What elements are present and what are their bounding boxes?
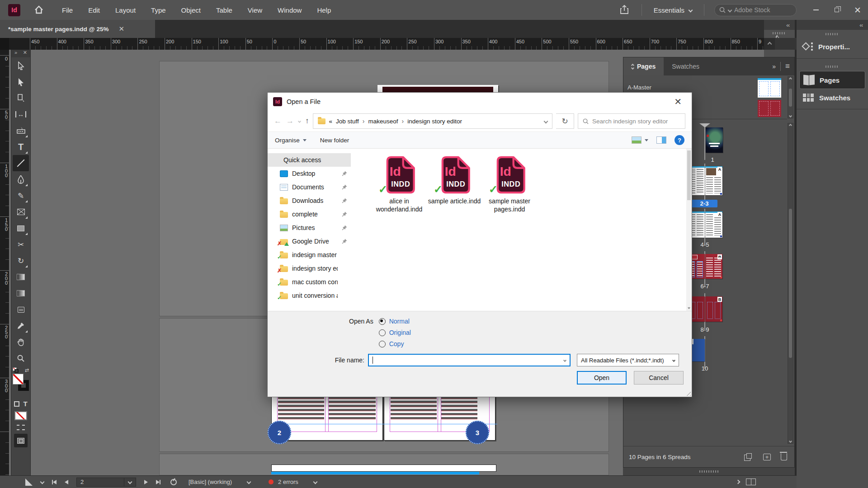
open-button[interactable]: Open xyxy=(577,371,627,385)
document-tab[interactable]: *sample master pages.indd @ 25% ✕ xyxy=(0,20,155,38)
page-thumbnail-8-9-right[interactable]: B xyxy=(705,296,722,322)
spread-label-4-5[interactable]: 4-5 xyxy=(691,241,718,248)
preflight-icon[interactable] xyxy=(170,479,177,485)
panel-resize-handle[interactable] xyxy=(623,468,795,475)
error-count[interactable]: 2 errors xyxy=(278,479,298,485)
master-spread-thumbnail[interactable] xyxy=(758,100,781,117)
last-page-button[interactable] xyxy=(156,480,160,484)
close-tab-icon[interactable]: ✕ xyxy=(119,25,125,33)
pen-tool[interactable] xyxy=(13,171,29,188)
spread-label-1[interactable]: 1 xyxy=(699,156,726,163)
menu-item[interactable]: View xyxy=(247,5,263,16)
horizontal-scrollbar[interactable] xyxy=(271,472,479,474)
menu-item[interactable]: Layout xyxy=(114,5,137,16)
sidebar-item[interactable]: Quick access xyxy=(268,153,351,167)
menu-item[interactable]: Window xyxy=(277,5,302,16)
menu-item[interactable]: Type xyxy=(150,5,167,16)
content-collector-tool[interactable] xyxy=(13,122,29,139)
share-icon[interactable] xyxy=(619,4,631,16)
page-list-chevron[interactable] xyxy=(124,478,136,486)
tab-swatches[interactable]: Swatches xyxy=(664,57,708,75)
apply-none-button[interactable] xyxy=(14,411,27,420)
address-bar[interactable]: « Job stuff› makeuseof› indesign story e… xyxy=(313,113,553,129)
page-tool[interactable] xyxy=(13,90,29,106)
menu-item[interactable]: Object xyxy=(180,5,202,16)
open-as-option[interactable]: Original xyxy=(379,329,411,336)
page-thumbnail-1[interactable] xyxy=(706,127,723,153)
horizontal-ruler[interactable]: 4504003503002502001501005005010015020025… xyxy=(9,38,764,50)
menu-item[interactable]: Table xyxy=(215,5,233,16)
rectangle-tool[interactable] xyxy=(13,220,29,236)
restore-button[interactable] xyxy=(826,0,847,20)
file-name-history-chevron[interactable] xyxy=(563,358,566,361)
hand-tool[interactable] xyxy=(13,334,29,350)
spread-label-8-9[interactable]: 8-9 xyxy=(691,326,718,333)
file-name-input[interactable] xyxy=(368,354,571,366)
ruler-corner[interactable] xyxy=(0,38,9,50)
note-tool[interactable] xyxy=(13,301,29,318)
sidebar-item[interactable]: mac custom con xyxy=(268,275,351,289)
open-as-option[interactable]: Normal xyxy=(379,318,411,325)
panel-expand-icon[interactable]: » xyxy=(772,63,776,70)
preflight-menu-chevron[interactable] xyxy=(247,480,250,483)
dialog-title-bar[interactable]: Id Open a File ✕ xyxy=(268,93,692,111)
expand-panel-icon[interactable]: » xyxy=(14,50,17,55)
sidebar-item[interactable]: Google Drive xyxy=(268,235,351,248)
first-page-button[interactable] xyxy=(52,480,57,484)
menu-item[interactable]: Edit xyxy=(87,5,101,16)
scroll-up-button[interactable] xyxy=(764,38,775,50)
frame-tool[interactable] xyxy=(13,204,29,220)
breadcrumb[interactable]: makeuseof xyxy=(368,118,398,125)
edit-page-size-icon[interactable] xyxy=(744,453,753,460)
page-thumbnail-6-7-right[interactable]: B xyxy=(705,254,722,279)
default-fill-stroke-icon[interactable] xyxy=(13,367,19,373)
screen-mode-button[interactable] xyxy=(14,434,28,447)
delete-page-icon[interactable] xyxy=(781,453,787,460)
sidebar-item[interactable]: indesign story ed xyxy=(268,262,351,275)
sidebar-item[interactable]: Downloads xyxy=(268,194,351,207)
dialog-search-box[interactable]: Search indesign story editor xyxy=(578,113,685,129)
file-item[interactable]: Id INDD ✓ sample article.indd xyxy=(428,155,481,205)
masters-scrollbar[interactable] xyxy=(788,76,793,118)
page-thumbnail-2-3-right[interactable]: A xyxy=(705,166,722,195)
page-number-marker[interactable]: 2 xyxy=(268,421,291,444)
formatting-affects-container-icon[interactable] xyxy=(14,401,19,407)
address-dropdown-chevron[interactable] xyxy=(544,119,548,123)
master-spread-thumbnail[interactable] xyxy=(758,78,781,98)
open-as-option[interactable]: Copy xyxy=(379,340,411,347)
close-window-button[interactable]: ✕ xyxy=(847,0,868,20)
swap-fill-stroke-icon[interactable]: ⇄ xyxy=(25,367,29,373)
tab-pages[interactable]: Pages xyxy=(623,57,664,75)
gradient-swatch-tool[interactable] xyxy=(13,269,29,285)
fill-stroke-controls[interactable]: ⇄ xyxy=(12,368,30,397)
file-type-select[interactable]: All Readable Files (*.indd;*.indt) xyxy=(577,354,679,366)
adobe-stock-search[interactable]: Adobe Stock xyxy=(714,4,797,16)
free-transform-tool[interactable]: ↻ xyxy=(13,253,29,269)
page-number-field[interactable]: 2 xyxy=(76,478,136,487)
properties-panel-button[interactable]: Properti... xyxy=(799,38,865,55)
page-thumbnail-4-5-right[interactable]: A xyxy=(705,211,722,238)
radio-button[interactable] xyxy=(379,318,386,325)
close-panel-icon[interactable]: ✕ xyxy=(23,50,27,56)
sidebar-item[interactable]: complete xyxy=(268,207,351,221)
dock-grip[interactable] xyxy=(826,66,839,68)
direct-selection-tool[interactable] xyxy=(13,74,29,90)
dock-grip[interactable] xyxy=(773,32,786,34)
recent-locations-chevron[interactable] xyxy=(298,119,301,122)
view-options-icon[interactable] xyxy=(17,425,25,430)
sidebar-item[interactable]: Desktop xyxy=(268,167,351,180)
menu-item[interactable]: File xyxy=(61,5,74,16)
master-page-name[interactable]: A-Master xyxy=(627,84,651,91)
expand-icon[interactable] xyxy=(736,480,741,484)
collapse-dock-icon[interactable]: ‹‹ xyxy=(786,22,789,28)
pencil-tool[interactable]: ✎ xyxy=(13,188,29,204)
gradient-feather-tool[interactable] xyxy=(13,285,29,301)
spread-label-10[interactable]: 10 xyxy=(691,365,718,372)
indesign-logo[interactable]: Id xyxy=(8,4,20,16)
file-item[interactable]: Id INDD ✓ sample master pages.indd xyxy=(483,155,536,213)
type-tool[interactable]: T xyxy=(13,139,29,155)
sidebar-item[interactable]: Pictures xyxy=(268,221,351,235)
vertical-ruler[interactable]: 050100150200250300 xyxy=(0,50,9,475)
organise-menu[interactable]: Organise xyxy=(275,137,307,144)
refresh-button[interactable]: ↻ xyxy=(556,113,574,129)
